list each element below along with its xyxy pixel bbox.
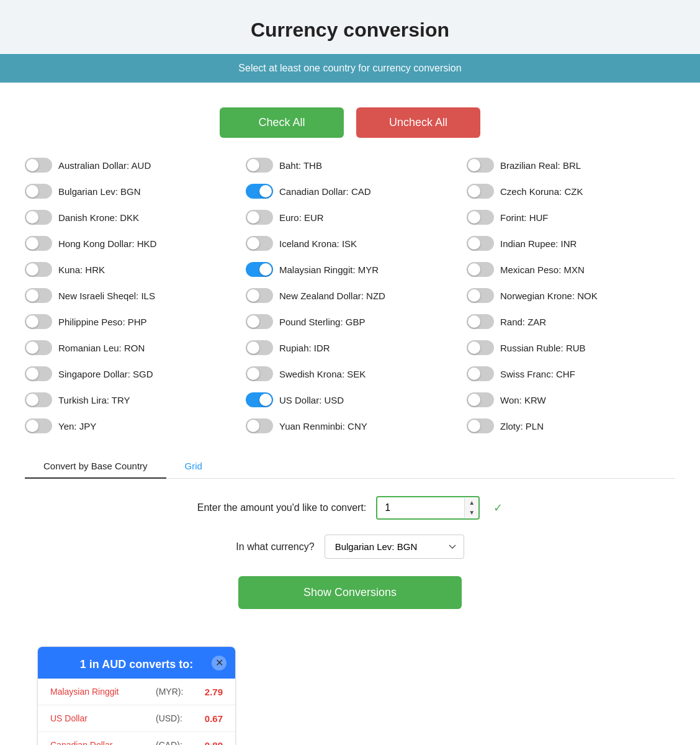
currency-toggle[interactable] xyxy=(25,210,52,225)
currency-label: Yuan Renminbi: CNY xyxy=(279,421,367,431)
tab-grid[interactable]: Grid xyxy=(166,454,221,479)
currency-item: Baht: THB xyxy=(246,155,454,175)
uncheck-all-button[interactable]: Uncheck All xyxy=(356,107,480,138)
conversion-card: 1 in AUD converts to: ✕ Malaysian Ringgi… xyxy=(37,646,236,745)
currency-item: Rupiah: IDR xyxy=(246,338,454,358)
currency-toggle[interactable] xyxy=(467,392,494,407)
currency-item: Swedish Krona: SEK xyxy=(246,364,454,384)
page-title: Currency conversion xyxy=(0,0,700,54)
currency-toggle[interactable] xyxy=(25,340,52,355)
amount-row: Enter the amount you'd like to convert: … xyxy=(25,496,675,520)
currency-toggle[interactable] xyxy=(246,288,273,303)
currency-toggle[interactable] xyxy=(246,314,273,329)
currency-toggle[interactable] xyxy=(246,262,273,277)
currency-select-label: In what currency? xyxy=(236,541,314,553)
currency-toggle[interactable] xyxy=(25,184,52,199)
card-currency-value: 2.79 xyxy=(198,687,223,697)
currency-toggle[interactable] xyxy=(25,314,52,329)
currency-toggle[interactable] xyxy=(246,210,273,225)
amount-label: Enter the amount you'd like to convert: xyxy=(197,502,367,513)
card-row: Canadian Dollar(CAD):0.89 xyxy=(38,732,235,745)
stepper-down[interactable]: ▼ xyxy=(465,508,478,518)
currency-item: Australian Dollar: AUD xyxy=(25,155,233,175)
currency-item: Malaysian Ringgit: MYR xyxy=(246,260,454,279)
currency-item: Turkish Lira: TRY xyxy=(25,390,233,410)
currency-toggle[interactable] xyxy=(467,184,494,199)
currency-toggle[interactable] xyxy=(25,288,52,303)
currency-toggle[interactable] xyxy=(246,340,273,355)
currency-toggle[interactable] xyxy=(246,366,273,381)
banner: Select at least one country for currency… xyxy=(0,54,700,83)
currency-toggle[interactable] xyxy=(467,236,494,251)
card-currency-name: Malaysian Ringgit xyxy=(50,686,151,697)
currency-label: Won: KRW xyxy=(500,395,546,405)
card-currency-code: (USD): xyxy=(156,713,193,723)
currency-toggle[interactable] xyxy=(25,236,52,251)
amount-input[interactable] xyxy=(377,497,464,518)
show-conversions-button[interactable]: Show Conversions xyxy=(238,576,462,609)
currency-label: Hong Kong Dollar: HKD xyxy=(58,238,156,249)
currency-item: Pound Sterling: GBP xyxy=(246,312,454,332)
currency-toggle[interactable] xyxy=(246,392,273,407)
amount-stepper: ▲ ▼ xyxy=(464,498,478,518)
currency-toggle[interactable] xyxy=(467,314,494,329)
currency-toggle[interactable] xyxy=(25,262,52,277)
check-all-button[interactable]: Check All xyxy=(220,107,344,138)
currency-toggle[interactable] xyxy=(25,158,52,173)
currency-item: Iceland Krona: ISK xyxy=(246,233,454,253)
card-close-button[interactable]: ✕ xyxy=(212,656,227,670)
currency-toggle[interactable] xyxy=(246,158,273,173)
currency-item: Canadian Dollar: CAD xyxy=(246,181,454,201)
currency-item: Forint: HUF xyxy=(467,207,675,227)
currency-toggle[interactable] xyxy=(246,418,273,433)
currency-label: Yen: JPY xyxy=(58,421,96,431)
tab-base-country[interactable]: Convert by Base Country xyxy=(25,454,166,479)
currency-item: Danish Krone: DKK xyxy=(25,207,233,227)
currency-item: Euro: EUR xyxy=(246,207,454,227)
card-currency-name: US Dollar xyxy=(50,713,151,724)
currency-label: Turkish Lira: TRY xyxy=(58,395,130,405)
currency-label: Malaysian Ringgit: MYR xyxy=(279,264,379,275)
currency-label: Baht: THB xyxy=(279,160,322,171)
currency-label: Indian Rupee: INR xyxy=(500,238,577,249)
card-currency-code: (MYR): xyxy=(156,687,193,697)
currency-toggle[interactable] xyxy=(246,236,273,251)
confirm-icon[interactable]: ✓ xyxy=(493,501,503,515)
currency-item: Rand: ZAR xyxy=(467,312,675,332)
stepper-up[interactable]: ▲ xyxy=(465,498,478,508)
currency-label: Pound Sterling: GBP xyxy=(279,317,365,327)
currency-toggle[interactable] xyxy=(25,392,52,407)
currency-toggle[interactable] xyxy=(467,366,494,381)
currency-label: Swiss Franc: CHF xyxy=(500,369,575,379)
currency-toggle[interactable] xyxy=(246,184,273,199)
currency-label: Russian Ruble: RUB xyxy=(500,343,586,353)
currency-toggle[interactable] xyxy=(467,210,494,225)
card-currency-value: 0.67 xyxy=(198,713,223,724)
currency-item: New Zealand Dollar: NZD xyxy=(246,286,454,305)
currency-toggle[interactable] xyxy=(467,288,494,303)
card-row: Malaysian Ringgit(MYR):2.79 xyxy=(38,679,235,705)
bottom-section: 1 in AUD converts to: ✕ Malaysian Ringgi… xyxy=(0,646,700,745)
currency-item: New Israeli Sheqel: ILS xyxy=(25,286,233,305)
card-currency-name: Canadian Dollar xyxy=(50,739,151,745)
currency-label: Czech Koruna: CZK xyxy=(500,186,583,197)
currency-item: Won: KRW xyxy=(467,390,675,410)
currency-item: Mexican Peso: MXN xyxy=(467,260,675,279)
currency-toggle[interactable] xyxy=(467,262,494,277)
currency-item: Romanian Leu: RON xyxy=(25,338,233,358)
currency-item: Russian Ruble: RUB xyxy=(467,338,675,358)
currency-select[interactable]: Australian Dollar: AUDBaht: THBBrazilian… xyxy=(325,535,464,559)
currency-item: Czech Koruna: CZK xyxy=(467,181,675,201)
currency-toggle[interactable] xyxy=(25,366,52,381)
currency-toggle[interactable] xyxy=(467,340,494,355)
currency-toggle[interactable] xyxy=(467,418,494,433)
currency-toggle[interactable] xyxy=(467,158,494,173)
currency-label: Zloty: PLN xyxy=(500,421,544,431)
currency-label: Swedish Krona: SEK xyxy=(279,369,366,379)
currency-label: Iceland Krona: ISK xyxy=(279,238,357,249)
currency-select-row: In what currency? Australian Dollar: AUD… xyxy=(25,535,675,559)
currency-label: Canadian Dollar: CAD xyxy=(279,186,371,197)
currency-label: Danish Krone: DKK xyxy=(58,212,139,223)
currency-label: Kuna: HRK xyxy=(58,264,105,275)
currency-toggle[interactable] xyxy=(25,418,52,433)
